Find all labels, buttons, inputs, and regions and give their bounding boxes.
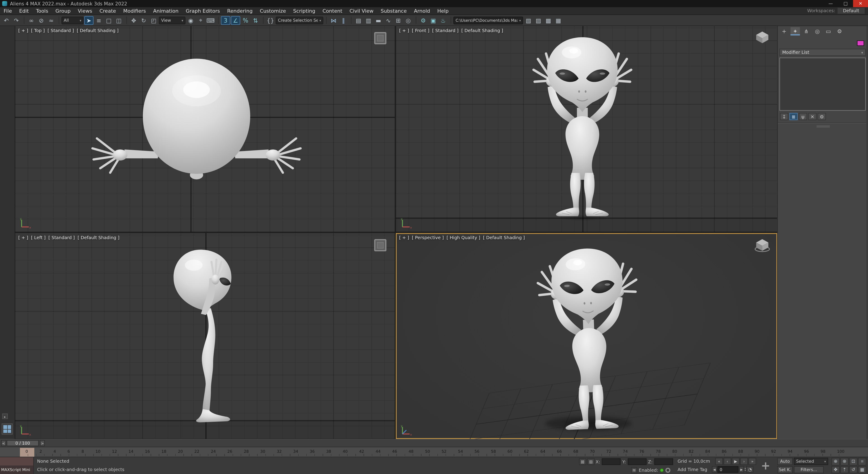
view-cube[interactable] <box>754 238 771 253</box>
pan-button[interactable]: ✥ <box>831 466 840 473</box>
mirror-icon[interactable]: ⋈ <box>329 16 338 25</box>
toolbar-item[interactable] <box>261 17 264 24</box>
pin-stack-button[interactable]: ↧ <box>780 113 788 120</box>
minimize-button[interactable]: — <box>823 0 838 7</box>
absolute-offset-toggle-icon[interactable]: ⊞ <box>587 459 594 465</box>
material-editor-icon[interactable]: ◎ <box>403 16 413 25</box>
next-frame-button[interactable]: › <box>740 458 748 465</box>
track-bar[interactable]: 0246810121416182022242628303234363840424… <box>0 447 868 457</box>
angle-snap-toggle-icon[interactable]: ∠ <box>231 16 240 25</box>
menu-item[interactable]: Animation <box>150 7 182 14</box>
toolbar-misc-1-icon[interactable]: ▧ <box>524 16 533 25</box>
menu-item[interactable]: Create <box>96 7 120 14</box>
menu-item[interactable]: Content <box>319 7 346 14</box>
add-time-tag[interactable]: Add Time Tag <box>678 467 708 472</box>
walk-through-button[interactable]: ⇡ <box>840 466 849 473</box>
toolbar-item[interactable] <box>217 17 219 24</box>
tab-utilities-icon[interactable]: ⚙ <box>835 27 844 35</box>
go-to-start-button[interactable]: « <box>715 458 723 465</box>
toolbar-misc-3-icon[interactable]: ▩ <box>544 16 553 25</box>
time-slider-handle[interactable]: 0 / 100 <box>6 440 39 446</box>
alien-model[interactable] <box>162 244 245 427</box>
time-slider-prev-button[interactable]: < <box>1 440 6 446</box>
toolbar-misc-4-icon[interactable]: ▦ <box>554 16 563 25</box>
toolbar-item[interactable] <box>125 17 127 24</box>
y-coordinate-field[interactable] <box>627 459 646 465</box>
toolbar-item[interactable] <box>414 17 416 24</box>
panel-scrollbar[interactable] <box>866 26 868 439</box>
toggle-ribbon-icon[interactable]: ▬ <box>374 16 383 25</box>
undo-icon[interactable]: ↶ <box>2 16 11 25</box>
menu-item[interactable]: Civil View <box>346 7 377 14</box>
modifier-stack[interactable] <box>779 58 866 111</box>
toolbar-item[interactable] <box>324 17 327 24</box>
viewport-general-menu[interactable]: [ + ] <box>399 235 409 240</box>
selection-filter-dropdown[interactable]: All ▾ <box>61 16 84 24</box>
menu-item[interactable]: Rendering <box>223 7 256 14</box>
viewport-style-menu[interactable]: [ Standard ] <box>432 28 459 33</box>
viewport-style-menu[interactable]: [ Standard ] <box>48 28 74 33</box>
tab-hierarchy-icon[interactable]: ⋔ <box>802 27 811 35</box>
spinner-down-icon[interactable]: ▾ <box>745 470 746 472</box>
viewport-shading-menu[interactable]: [ Default Shading ] <box>76 28 119 33</box>
rectangular-selection-region-icon[interactable]: □ <box>104 16 114 25</box>
zoom-extents-button[interactable]: ⊡ <box>849 458 858 465</box>
alien-model[interactable] <box>534 245 644 431</box>
viewport-shading-menu[interactable]: [ Default Shading ] <box>483 235 525 240</box>
tab-display-icon[interactable]: ▭ <box>824 27 833 35</box>
x-coordinate-field[interactable] <box>602 459 621 465</box>
menu-item[interactable]: Tools <box>32 7 52 14</box>
reference-coordinate-system-dropdown[interactable]: View ▾ <box>159 16 186 24</box>
menu-item[interactable]: Scripting <box>289 7 319 14</box>
select-and-move-icon[interactable]: ✥ <box>129 16 138 25</box>
viewport-front[interactable]: [ + ] [ Front ] [ Standard ] [ Default S… <box>396 26 777 232</box>
menu-item[interactable]: Views <box>74 7 96 14</box>
object-color-swatch[interactable] <box>857 40 864 46</box>
key-selection-dropdown[interactable]: Selected ▾ <box>794 458 828 465</box>
viewport-layout-icon[interactable] <box>2 423 13 435</box>
zoom-all-button[interactable]: ⊛ <box>840 458 849 465</box>
zoom-button[interactable]: ⊕ <box>831 458 840 465</box>
curve-editor-icon[interactable]: ∿ <box>383 16 393 25</box>
z-coordinate-field[interactable] <box>654 459 673 465</box>
set-keys-button[interactable]: + <box>758 459 773 473</box>
toggle-scene-explorer-icon[interactable]: ▤ <box>354 16 363 25</box>
next-key-button[interactable]: ▶ <box>739 466 744 473</box>
select-by-name-icon[interactable]: ≡ <box>94 16 103 25</box>
make-unique-button[interactable]: ψ <box>799 113 807 120</box>
frame-spinner[interactable]: ▴ ▾ <box>745 467 746 472</box>
previous-frame-button[interactable]: ‹ <box>723 458 731 465</box>
zoom-region-button[interactable]: ⌗ <box>858 458 866 465</box>
alien-model[interactable] <box>528 34 637 219</box>
project-path-dropdown[interactable]: C:\Users\PC\Documents\3ds Max 2022 ▾ <box>454 16 523 24</box>
menu-item[interactable]: Modifiers <box>120 7 149 14</box>
viewport-general-menu[interactable]: [ + ] <box>18 235 28 240</box>
go-to-end-button[interactable]: » <box>748 458 756 465</box>
tab-motion-icon[interactable]: ◎ <box>813 27 822 35</box>
bind-to-space-warp-icon[interactable]: ≈ <box>46 16 56 25</box>
set-key-button[interactable]: Set K. <box>777 466 793 473</box>
toolbar-item[interactable] <box>22 17 24 24</box>
menu-item[interactable]: Substance <box>377 7 410 14</box>
rendered-frame-window-icon[interactable]: ▣ <box>429 16 438 25</box>
workspace-selector[interactable]: Default <box>837 8 865 14</box>
time-configuration-button[interactable]: ◔ <box>746 466 754 473</box>
window-crossing-toggle-icon[interactable]: ◫ <box>114 16 123 25</box>
viewport-left[interactable]: [ + ] [ Left ] [ Standard ] [ Default Sh… <box>15 233 395 439</box>
adaptive-degradation-icon[interactable]: ≋ <box>631 467 637 473</box>
viewport-general-menu[interactable]: [ + ] <box>399 28 409 33</box>
select-and-scale-icon[interactable]: ◰ <box>149 16 158 25</box>
previous-key-button[interactable]: ◀ <box>712 466 717 473</box>
modifier-list-dropdown[interactable]: Modifier List ▾ <box>779 49 866 56</box>
auto-key-button[interactable]: Auto <box>777 458 793 465</box>
viewport-style-menu[interactable]: [ Standard ] <box>49 235 75 240</box>
render-production-icon[interactable]: ♨ <box>438 16 448 25</box>
key-filters-button[interactable]: Filters... <box>794 466 824 473</box>
use-pivot-point-center-icon[interactable]: ◉ <box>186 16 195 25</box>
percent-snap-toggle-icon[interactable]: % <box>241 16 250 25</box>
keyboard-shortcut-override-icon[interactable]: ⌨ <box>206 16 215 25</box>
menu-item[interactable]: Customize <box>256 7 289 14</box>
align-icon[interactable]: ∥ <box>339 16 348 25</box>
toggle-layer-explorer-icon[interactable]: ▥ <box>364 16 373 25</box>
maximize-button[interactable]: □ <box>838 0 853 7</box>
